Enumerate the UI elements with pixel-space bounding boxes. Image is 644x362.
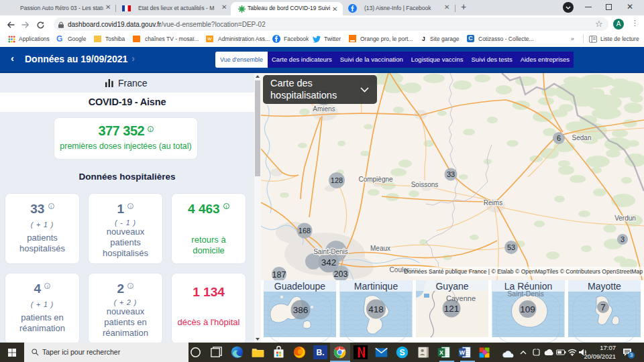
svg-text:3: 3: [621, 235, 625, 243]
svg-text:Verdun: Verdun: [614, 215, 636, 222]
svg-text:Sedan: Sedan: [572, 134, 592, 141]
svg-text:Amiens: Amiens: [313, 105, 335, 113]
svg-text:342: 342: [321, 257, 337, 267]
svg-text:33: 33: [447, 170, 455, 178]
svg-text:6: 6: [557, 134, 561, 142]
svg-text:128: 128: [331, 176, 343, 184]
svg-text:W: W: [460, 349, 466, 356]
svg-text:X: X: [439, 349, 443, 356]
svg-text:Saint-Denis: Saint-Denis: [313, 248, 348, 255]
svg-text:Martinique: Martinique: [354, 281, 398, 292]
svg-text:109: 109: [520, 304, 535, 314]
svg-text:Guadeloupe: Guadeloupe: [274, 281, 326, 292]
svg-text:386: 386: [293, 305, 309, 315]
svg-text:418: 418: [368, 304, 384, 314]
svg-text:Données Santé publique France: Données Santé publique France | © Etalab…: [404, 268, 643, 275]
svg-text:168: 168: [299, 227, 311, 235]
svg-text:203: 203: [334, 269, 348, 279]
svg-text:7: 7: [600, 302, 606, 312]
svg-text:Reims: Reims: [484, 199, 502, 206]
svg-text:Cayenne: Cayenne: [446, 294, 476, 302]
svg-text:Soissons: Soissons: [411, 181, 439, 188]
svg-text:Mayotte: Mayotte: [588, 281, 621, 292]
svg-text:Guyane: Guyane: [435, 281, 468, 292]
svg-text:Meaux: Meaux: [370, 245, 390, 252]
svg-text:Compiègne: Compiègne: [358, 176, 393, 183]
svg-text:S: S: [399, 348, 405, 357]
svg-text:121: 121: [444, 304, 460, 314]
svg-text:53: 53: [507, 243, 515, 251]
svg-text:Saint-Denis: Saint-Denis: [507, 290, 543, 298]
svg-text:187: 187: [272, 270, 286, 280]
